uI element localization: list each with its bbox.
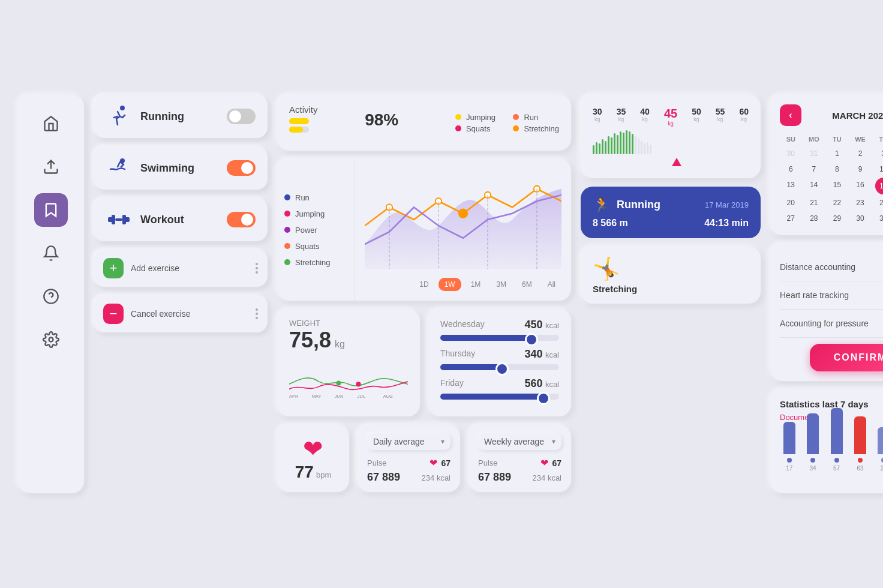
add-exercise-menu[interactable] (256, 263, 258, 274)
svg-point-21 (336, 380, 341, 385)
cal-day[interactable]: 16 (849, 178, 872, 194)
stats-bar-chart: 17 34 57 63 (780, 430, 883, 484)
bpm-unit: bpm (316, 470, 331, 479)
running-activity-card: 🏃 Running 17 Mar 2019 8 566 m 44:13 min (581, 187, 761, 238)
tab-1w[interactable]: 1W (439, 278, 461, 291)
cal-day[interactable]: 20 (780, 196, 802, 210)
stats-title: Statistics last 7 days (780, 399, 869, 409)
legend-run: Run (513, 113, 559, 122)
time-tabs: 1D 1W 1M 3M 6M All (365, 278, 561, 291)
chart-legend-power: Power (284, 226, 347, 235)
cal-day[interactable]: 31 (803, 146, 825, 161)
tab-1m[interactable]: 1M (465, 278, 487, 291)
svg-text:MAY: MAY (312, 394, 322, 399)
line-chart-area: Run Jumping Power Squats Stretching (277, 159, 571, 301)
activity-running-label: Running (140, 110, 218, 123)
cal-day[interactable]: 7 (803, 162, 825, 176)
cal-day[interactable]: 22 (826, 196, 848, 210)
running-activity-name: Running (617, 199, 660, 211)
bar-17: 17 (780, 422, 798, 472)
calorie-friday: Friday 560 kcal (440, 377, 559, 400)
tab-3m[interactable]: 3M (490, 278, 512, 291)
line-chart: 1D 1W 1M 3M 6M All (355, 159, 571, 301)
cal-day[interactable]: 8 (826, 162, 848, 176)
calorie-thursday: Thursday 340 kcal (440, 348, 559, 370)
setting-heartrate: Heart rate tracking (780, 281, 883, 310)
svg-rect-10 (115, 218, 122, 221)
cal-day-today[interactable]: 17 (875, 178, 883, 194)
svg-point-15 (458, 209, 468, 218)
running-time: 44:13 min (704, 218, 749, 229)
tab-6m[interactable]: 6M (516, 278, 538, 291)
swimming-toggle[interactable] (227, 160, 256, 176)
cal-day[interactable]: 31 (872, 211, 883, 226)
workout-toggle[interactable] (227, 212, 256, 227)
legend-stretching: Stretching (513, 124, 559, 133)
cal-day[interactable]: 30 (849, 211, 872, 226)
svg-rect-9 (122, 215, 126, 224)
cal-day[interactable]: 2 (849, 146, 872, 161)
weight-chart-value: 75,8 (289, 328, 331, 353)
cal-day[interactable]: 15 (826, 178, 848, 194)
add-exercise-button[interactable]: + (103, 258, 124, 278)
bar-63: 63 (851, 416, 869, 472)
bottom-middle-row: WEIGHT 75,8 kg APR MAY JUN (277, 309, 571, 416)
legend-jumping: Jumping (455, 113, 501, 122)
confirm-button[interactable]: CONFIRM (810, 344, 883, 371)
main-container: Running Swimming (0, 77, 883, 511)
cal-day[interactable]: 6 (780, 162, 802, 176)
cal-day[interactable]: 10 (872, 162, 883, 176)
activity-percentage: 98% (365, 110, 398, 130)
svg-text:JUL: JUL (358, 394, 365, 399)
running-toggle[interactable] (227, 109, 256, 124)
sidebar-home-icon[interactable] (34, 107, 68, 140)
cal-day[interactable]: 27 (780, 211, 802, 226)
tab-1d[interactable]: 1D (413, 278, 434, 291)
sidebar-help-icon[interactable] (34, 280, 68, 313)
right-column: ‹ MARCH 2020 › SU MO TU WE TH FR SA 30 3… (770, 95, 883, 493)
heart-icon: ❤ (303, 435, 323, 463)
cancel-exercise-button[interactable]: − (103, 304, 124, 324)
running-activity-icon: 🏃 (593, 196, 611, 213)
cancel-exercise-menu[interactable] (256, 308, 258, 319)
daily-avg-select[interactable]: Daily average (367, 433, 450, 450)
cancel-exercise-card: − Cancel exercise (94, 295, 268, 332)
activity-swimming: Swimming (94, 146, 268, 190)
svg-point-3 (49, 338, 53, 342)
weekly-avg-card: Weekly average Pulse ❤ 67 67 889 234 kca… (468, 425, 571, 492)
activity-panel: Activity 98% Jumping Run (277, 95, 571, 151)
cal-day[interactable]: 23 (849, 196, 872, 210)
sidebar-settings-icon[interactable] (34, 323, 68, 356)
cal-day[interactable]: 29 (826, 211, 848, 226)
calorie-card: Wednesday 450 kcal Thursday 340 kcal Fri… (428, 309, 571, 416)
cal-day[interactable]: 14 (803, 178, 825, 194)
swimming-icon (106, 155, 132, 181)
cal-day[interactable]: 1 (826, 146, 848, 161)
stats-card: Statistics last 7 days PDF Documents 17 … (770, 389, 883, 493)
calendar-prev-button[interactable]: ‹ (780, 104, 801, 126)
cal-day[interactable]: 30 (780, 146, 802, 161)
svg-text:APR: APR (289, 394, 298, 399)
cal-day[interactable]: 3 (872, 146, 883, 161)
activities-column: Running Swimming (94, 95, 268, 493)
cal-day[interactable]: 21 (803, 196, 825, 210)
calendar-card: ‹ MARCH 2020 › SU MO TU WE TH FR SA 30 3… (770, 95, 883, 235)
weekly-avg-select[interactable]: Weekly average (478, 433, 561, 450)
cal-day[interactable]: 9 (849, 162, 872, 176)
sidebar-bell-icon[interactable] (34, 236, 68, 270)
tab-all[interactable]: All (542, 278, 561, 291)
bar-28: 28 (875, 427, 883, 472)
chart-legend-run: Run (284, 193, 347, 202)
svg-text:AUG: AUG (383, 394, 393, 399)
sidebar-bookmark-icon[interactable] (34, 193, 68, 227)
activity-workout: Workout (94, 198, 268, 241)
svg-text:JUN: JUN (335, 394, 343, 399)
svg-rect-8 (112, 215, 115, 224)
cal-day[interactable]: 13 (780, 178, 802, 194)
cal-day[interactable]: 28 (803, 211, 825, 226)
bar-57: 57 (827, 408, 846, 472)
sidebar-upload-icon[interactable] (34, 150, 68, 184)
add-exercise-card: + Add exercise (94, 250, 268, 287)
chart-legend-jumping: Jumping (284, 209, 347, 218)
cal-day[interactable]: 24 (872, 196, 883, 210)
